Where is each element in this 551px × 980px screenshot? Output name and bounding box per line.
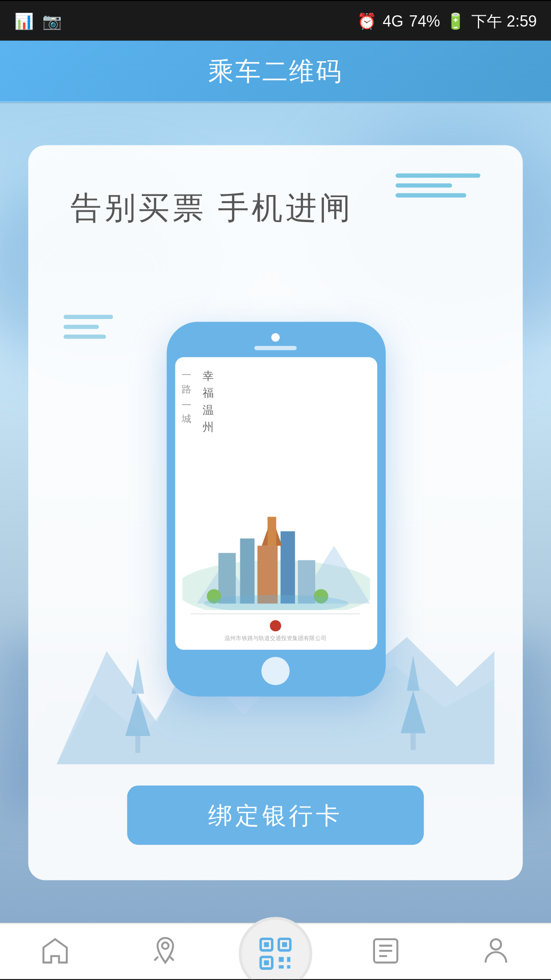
svg-rect-14 <box>280 530 294 603</box>
health-icon: 📊 <box>14 12 34 30</box>
battery-icon: 🔋 <box>446 12 466 30</box>
svg-marker-3 <box>132 658 144 694</box>
phone-illustration-container: 一 路 一 城 幸 福 温 州 <box>57 253 494 764</box>
signal-strength: 4G <box>383 12 404 29</box>
current-time: 下午 2:59 <box>471 10 537 32</box>
nav-qr-circle <box>239 916 312 979</box>
screen-left-text: 一 路 一 城 <box>182 368 191 427</box>
svg-rect-7 <box>411 733 416 750</box>
news-icon <box>370 935 402 973</box>
svg-rect-31 <box>287 965 290 968</box>
svg-rect-27 <box>264 960 269 965</box>
deco-lines-top-right <box>395 174 480 203</box>
phone-frame: 一 路 一 城 幸 福 温 州 <box>166 321 385 696</box>
phone-camera <box>271 332 280 341</box>
status-left-icons: 📊 📷 <box>14 12 62 30</box>
nav-label-home: 首页 <box>41 977 69 979</box>
nav-label-profile: 我的 <box>482 977 510 979</box>
screen-char-2: 路 <box>182 383 191 398</box>
status-bar: 📊 📷 ⏰ 4G 74% 🔋 下午 2:59 <box>0 1 551 41</box>
city-skyline <box>182 440 369 610</box>
company-logo-icon <box>270 620 281 631</box>
nav-item-home[interactable]: 首页 <box>0 924 110 979</box>
home-icon <box>40 935 71 973</box>
status-right-info: ⏰ 4G 74% 🔋 下午 2:59 <box>357 10 537 32</box>
screen-logo-area: 温州市铁路与轨道交通投资集团有限公司 <box>224 620 326 642</box>
nav-item-news[interactable]: 资讯 <box>331 924 441 979</box>
svg-rect-25 <box>282 941 287 946</box>
phone-screen: 一 路 一 城 幸 福 温 州 <box>174 356 377 649</box>
svg-rect-12 <box>239 537 254 602</box>
location-icon <box>150 935 181 973</box>
nav-label-news: 资讯 <box>371 977 399 979</box>
alarm-icon: ⏰ <box>357 12 377 30</box>
main-card: 告别买票 手机进闸 <box>28 145 522 880</box>
screen-right-text: 幸 福 温 州 <box>203 368 214 435</box>
deco-line-1 <box>395 174 480 178</box>
background-area: 告别买票 手机进闸 <box>0 103 551 922</box>
deco-line-2 <box>395 183 452 187</box>
svg-rect-30 <box>287 956 290 961</box>
phone-home-button <box>261 656 289 684</box>
screen-char-4: 城 <box>182 412 191 427</box>
svg-rect-13 <box>257 545 277 603</box>
top-nav: 乘车二维码 <box>0 40 551 103</box>
screen-char-8: 州 <box>203 419 214 435</box>
phone-speaker <box>254 345 296 349</box>
screen-char-6: 福 <box>203 385 214 402</box>
nav-item-profile[interactable]: 我的 <box>441 924 551 979</box>
screen-char-3: 一 <box>182 398 191 412</box>
svg-rect-17 <box>267 516 276 545</box>
svg-rect-28 <box>279 956 284 961</box>
nav-item-nearby[interactable]: 周边 <box>110 924 220 979</box>
bottom-nav: 首页 周边 <box>0 922 551 979</box>
battery-percent: 74% <box>409 12 440 29</box>
deco-line-3 <box>395 193 466 197</box>
screen-char-5: 幸 <box>203 368 214 384</box>
company-name: 温州市铁路与轨道交通投资集团有限公司 <box>224 634 326 642</box>
svg-rect-23 <box>264 941 269 946</box>
svg-rect-4 <box>135 736 140 753</box>
nav-item-qr[interactable]: 二维码 <box>220 936 331 979</box>
svg-point-36 <box>491 939 501 949</box>
screenshot-icon: 📷 <box>42 12 62 30</box>
user-icon <box>481 935 512 973</box>
bind-bank-card-button[interactable]: 绑定银行卡 <box>127 786 424 845</box>
svg-point-21 <box>162 942 169 948</box>
page-title: 乘车二维码 <box>208 54 342 88</box>
svg-rect-29 <box>279 965 284 968</box>
nav-label-nearby: 周边 <box>151 977 179 979</box>
screen-char-7: 温 <box>203 402 214 419</box>
screen-char-1: 一 <box>182 368 191 382</box>
screen-separator <box>191 613 360 615</box>
